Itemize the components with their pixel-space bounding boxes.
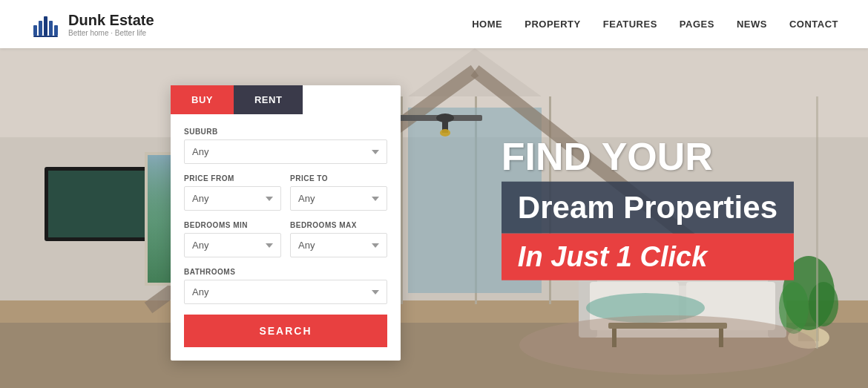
logo-text: Dunk Estate Better home · Better life (68, 11, 154, 37)
price-to-select[interactable]: Any $200,000 $400,000 $600,000 $800,000 … (290, 186, 387, 211)
suburb-select[interactable]: Any Downtown Suburb North Suburb South E… (184, 139, 387, 164)
svg-point-45 (779, 282, 809, 334)
bedrooms-row: BEDROOMS MIN Any 1 2 3 4 5+ BEDROOMS MAX… (184, 221, 387, 257)
bedrooms-max-group: BEDROOMS MAX Any 1 2 3 4 5+ (290, 221, 387, 257)
tab-buy[interactable]: BUY (171, 85, 234, 114)
svg-rect-30 (145, 152, 148, 286)
bathrooms-group: BATHROOMS Any 1 2 3 4+ (184, 268, 387, 304)
tab-rent[interactable]: RENT (234, 85, 303, 114)
svg-rect-1 (39, 21, 42, 36)
suburb-label: SUBURB (184, 128, 387, 136)
hero-section: BUY RENT SUBURB Any Downtown Suburb Nort… (0, 0, 868, 388)
svg-rect-2 (44, 16, 47, 36)
bedrooms-max-select[interactable]: Any 1 2 3 4 5+ (290, 233, 387, 257)
logo-subtitle: Better home · Better life (68, 29, 154, 37)
hero-text: FIND YOUR Dream Properties In Just 1 Cli… (502, 137, 794, 280)
in-just-click-block: In Just 1 Click (502, 233, 794, 280)
svg-rect-48 (608, 323, 727, 329)
nav-features[interactable]: FEATURES (603, 19, 657, 30)
price-from-label: PRICE FROM (184, 174, 281, 183)
svg-rect-3 (49, 21, 53, 36)
svg-rect-4 (54, 25, 58, 36)
svg-point-46 (809, 282, 838, 326)
search-form: SUBURB Any Downtown Suburb North Suburb … (171, 114, 401, 304)
nav-contact[interactable]: CONTACT (789, 19, 838, 30)
nav-home[interactable]: HOME (472, 19, 502, 30)
svg-rect-51 (816, 96, 818, 349)
svg-point-24 (440, 129, 450, 137)
bedrooms-min-select[interactable]: Any 1 2 3 4 5+ (184, 233, 281, 257)
logo[interactable]: Dunk Estate Better home · Better life (30, 9, 154, 40)
nav-property[interactable]: PROPERTY (525, 19, 581, 30)
tab-group: BUY RENT (171, 85, 401, 114)
price-from-group: PRICE FROM Any $100,000 $200,000 $300,00… (184, 174, 281, 211)
svg-rect-0 (33, 25, 37, 36)
suburb-group: SUBURB Any Downtown Suburb North Suburb … (184, 128, 387, 164)
find-your-text: FIND YOUR (502, 137, 794, 175)
search-button[interactable]: SEARCH (184, 315, 387, 347)
navbar: Dunk Estate Better home · Better life HO… (0, 0, 868, 48)
bathrooms-label: BATHROOMS (184, 268, 387, 276)
price-to-label: PRICE TO (290, 174, 387, 183)
in-just-click-text: In Just 1 Click (518, 240, 708, 272)
dream-properties-block: Dream Properties (502, 181, 794, 233)
search-btn-wrapper: SEARCH (171, 315, 401, 361)
bathrooms-select[interactable]: Any 1 2 3 4+ (184, 280, 387, 304)
svg-rect-5 (33, 36, 58, 37)
price-row: PRICE FROM Any $100,000 $200,000 $300,00… (184, 174, 387, 211)
bedrooms-min-label: BEDROOMS MIN (184, 221, 281, 229)
logo-title: Dunk Estate (68, 11, 154, 29)
price-to-group: PRICE TO Any $200,000 $400,000 $600,000 … (290, 174, 387, 211)
search-panel: BUY RENT SUBURB Any Downtown Suburb Nort… (171, 85, 401, 361)
nav-pages[interactable]: PAGES (680, 19, 714, 30)
svg-rect-50 (719, 329, 723, 347)
bedrooms-min-group: BEDROOMS MIN Any 1 2 3 4 5+ (184, 221, 281, 257)
svg-rect-49 (612, 329, 617, 347)
logo-icon (30, 9, 61, 40)
dream-properties-text: Dream Properties (518, 189, 777, 224)
nav-news[interactable]: NEWS (737, 19, 767, 30)
nav-links: HOME PROPERTY FEATURES PAGES NEWS CONTAC… (472, 19, 838, 30)
svg-rect-27 (48, 171, 152, 237)
price-from-select[interactable]: Any $100,000 $200,000 $300,000 $500,000 … (184, 186, 281, 211)
bedrooms-max-label: BEDROOMS MAX (290, 221, 387, 229)
